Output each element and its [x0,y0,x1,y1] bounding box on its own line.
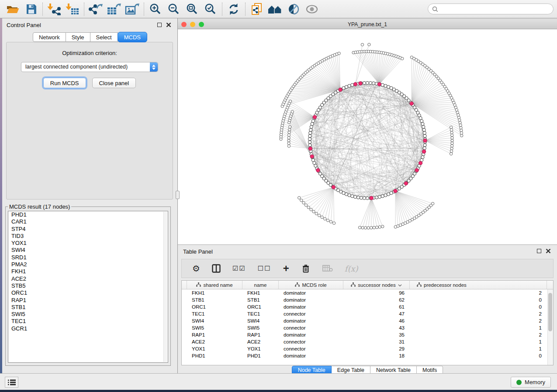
add-column-icon[interactable]: + [283,262,289,275]
cell-mcds-role[interactable]: connector [279,346,343,351]
task-history-button[interactable] [5,377,18,388]
ring-node[interactable] [423,134,426,138]
leaf-node[interactable] [312,210,315,213]
leaf-node[interactable] [304,204,307,206]
leaf-node[interactable] [451,142,453,144]
table-row[interactable]: SWI5SWI5connector431 [182,324,553,331]
selected-mcds-node[interactable] [316,168,320,172]
ring-node[interactable] [356,196,360,199]
ring-node[interactable] [348,84,351,87]
ring-node[interactable] [360,196,363,199]
cell-successor-nodes[interactable]: 18 [343,353,410,358]
cell-name[interactable]: PHD1 [242,353,279,358]
ring-node[interactable] [366,196,369,199]
leaf-node[interactable] [451,137,453,139]
leaf-node[interactable] [361,227,364,229]
float-panel-icon[interactable] [157,23,162,27]
leaf-node[interactable] [287,139,290,142]
cell-name[interactable]: STB1 [242,297,279,303]
leaf-node[interactable] [310,208,312,211]
cell-predecessor-nodes[interactable]: 1 [410,339,547,344]
panel-splitter-handle[interactable] [176,191,180,199]
zoom-selected-icon[interactable] [201,2,220,17]
import-table-icon[interactable] [63,2,82,17]
mcds-result-item[interactable]: RAP1 [8,297,168,304]
leaf-node[interactable] [338,52,340,55]
leaf-node[interactable] [394,226,397,228]
window-zoom-icon[interactable] [199,22,204,27]
mcds-result-item[interactable]: FKH1 [8,268,168,275]
ring-node[interactable] [423,147,426,150]
cell-mcds-role[interactable]: connector [279,325,343,330]
mcds-result-item[interactable]: STP4 [8,226,168,233]
selected-mcds-node[interactable] [419,161,422,165]
leaf-node[interactable] [289,100,291,103]
ring-node[interactable] [310,125,313,128]
cell-successor-nodes[interactable]: 62 [343,297,410,303]
mcds-result-item[interactable]: ORC1 [8,289,168,296]
leaf-node[interactable] [460,129,463,132]
network-view[interactable] [178,29,557,244]
cell-mcds-role[interactable]: connector [279,339,343,344]
table-row[interactable]: PHD1PHD1dominator180 [182,352,553,359]
mcds-result-item[interactable]: TID3 [8,233,168,240]
memory-button[interactable]: Memory [511,377,551,388]
cell-successor-nodes[interactable]: 43 [343,325,410,330]
mcds-list-scrollbar[interactable] [163,212,167,362]
ring-node[interactable] [363,196,366,199]
cell-successor-nodes[interactable]: 31 [343,339,410,344]
leaf-node[interactable] [450,144,453,147]
ring-node[interactable] [311,158,315,162]
ring-node[interactable] [423,131,426,134]
select-all-rows-icon[interactable]: ☑☑ [232,265,246,272]
cell-predecessor-nodes[interactable]: 0 [410,353,547,358]
leaf-node[interactable] [298,196,301,199]
leaf-node[interactable] [450,131,453,134]
leaf-node[interactable] [368,43,370,46]
selected-mcds-node[interactable] [313,115,316,119]
toggle-style-icon[interactable] [284,2,303,17]
cell-shared-name[interactable]: YOX1 [187,346,242,351]
ring-node[interactable] [309,128,312,131]
zoom-fit-icon[interactable] [183,2,201,17]
tab-mcds[interactable]: MCDS [118,32,147,42]
save-session-icon[interactable] [22,2,40,17]
ring-node[interactable] [351,83,354,86]
mcds-result-item[interactable]: YOX1 [8,240,168,247]
cell-name[interactable]: ACE2 [242,339,279,344]
close-panel-button[interactable]: Close panel [92,78,136,88]
mcds-result-item[interactable]: SRD1 [8,254,168,261]
leaf-node[interactable] [288,128,291,131]
leaf-node[interactable] [287,137,290,139]
cell-mcds-role[interactable]: dominator [279,318,343,323]
delete-column-icon[interactable] [301,264,311,273]
tab-style[interactable]: Style [66,32,90,42]
mcds-result-item[interactable]: SWI4 [8,247,168,254]
selected-mcds-node[interactable] [332,186,335,189]
table-row[interactable]: FKH1FKH1dominator962 [182,289,553,296]
ring-node[interactable] [363,82,366,85]
table-row[interactable]: YOX1YOX1connector291 [182,345,553,352]
ring-node[interactable] [375,196,378,199]
leaf-node[interactable] [287,144,290,147]
selected-mcds-node[interactable] [423,139,427,142]
cell-successor-nodes[interactable]: 46 [343,318,410,323]
cell-successor-nodes[interactable]: 47 [343,311,410,316]
ring-node[interactable] [369,82,372,85]
leaf-node[interactable] [458,119,461,121]
deselect-all-rows-icon[interactable]: ☐☐ [258,265,271,272]
leaf-node[interactable] [450,126,452,128]
cell-predecessor-nodes[interactable]: 0 [410,304,547,309]
leaf-node[interactable] [460,127,462,129]
cell-name[interactable]: SWI5 [242,325,279,330]
leaf-node[interactable] [373,226,375,229]
leaf-node[interactable] [324,217,326,220]
cell-predecessor-nodes[interactable]: 0 [410,297,547,303]
ring-node[interactable] [309,131,312,134]
cell-predecessor-nodes[interactable]: 2 [410,290,547,296]
search-box[interactable] [428,3,554,14]
ring-node[interactable] [381,83,384,86]
cell-mcds-role[interactable]: connector [279,311,343,316]
cell-predecessor-nodes[interactable]: 2 [410,311,547,316]
ring-node[interactable] [381,195,384,198]
